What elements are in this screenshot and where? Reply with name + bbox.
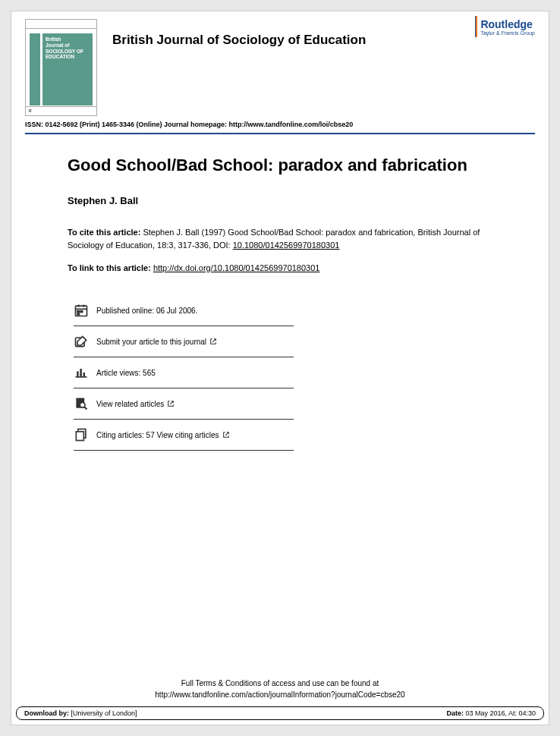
- external-link-icon: [222, 431, 230, 439]
- svg-rect-3: [77, 313, 80, 315]
- download-by: [University of London]: [69, 709, 137, 717]
- svg-rect-2: [80, 311, 83, 313]
- views-row: Article views: 565: [74, 357, 294, 388]
- separator: [25, 133, 535, 134]
- issn-line: ISSN: 0142-5692 (Print) 1465-3346 (Onlin…: [11, 121, 549, 128]
- download-bar: Download by: [University of London] Date…: [16, 706, 544, 720]
- cite-doi-link[interactable]: 10.1080/0142569970180301: [233, 241, 340, 250]
- external-link-icon: [209, 338, 217, 345]
- svg-rect-6: [77, 371, 79, 376]
- svg-rect-8: [83, 373, 86, 376]
- author: Stephen J. Ball: [68, 195, 492, 206]
- article-page: British Journal of SOCIOLOGY OF EDUCATIO…: [11, 11, 549, 725]
- article-title: Good School/Bad School: paradox and fabr…: [68, 156, 492, 175]
- barchart-icon: [74, 365, 89, 380]
- journal-title: British Journal of Sociology of Educatio…: [112, 33, 535, 48]
- calendar-icon: [74, 303, 89, 318]
- related-label: View related articles: [96, 400, 164, 408]
- svg-rect-7: [80, 369, 82, 376]
- publisher-logo: Routledge Taylor & Francis Group: [475, 16, 535, 37]
- svg-rect-12: [76, 432, 83, 441]
- svg-rect-1: [77, 311, 80, 313]
- published-row: Published online: 06 Jul 2006.: [74, 295, 294, 326]
- cover-line: SOCIOLOGY OF: [46, 49, 83, 54]
- pencil-icon: [74, 334, 89, 349]
- citation-block: To cite this article: Stephen J. Ball (1…: [68, 226, 492, 251]
- cover-line: Journal of: [46, 42, 69, 48]
- cover-line: EDUCATION: [46, 54, 74, 59]
- download-label: Download by:: [24, 709, 69, 717]
- publisher-name: Routledge: [480, 18, 535, 30]
- journal-cover: British Journal of SOCIOLOGY OF EDUCATIO…: [25, 19, 97, 116]
- main-content: Good School/Bad School: paradox and fabr…: [11, 139, 549, 451]
- related-row[interactable]: View related articles: [74, 388, 294, 420]
- action-list: Published online: 06 Jul 2006. Submit yo…: [74, 295, 492, 451]
- date-value: 03 May 2016, At: 04:30: [464, 709, 536, 717]
- docs-icon: [74, 427, 89, 442]
- submit-row[interactable]: Submit your article to this journal: [74, 326, 294, 357]
- published-label: Published online: 06 Jul 2006.: [96, 307, 197, 315]
- terms-line1: Full Terms & Conditions of access and us…: [181, 679, 379, 687]
- link-row: To link to this article: http://dx.doi.o…: [68, 263, 492, 272]
- header: British Journal of SOCIOLOGY OF EDUCATIO…: [11, 11, 549, 116]
- cover-line: British: [46, 36, 61, 42]
- views-label: Article views: 565: [96, 369, 156, 377]
- citing-row[interactable]: Citing articles: 57 View citing articles: [74, 420, 294, 451]
- cite-label: To cite this article:: [68, 228, 140, 237]
- terms-line2: http://www.tandfonline.com/action/journa…: [155, 690, 404, 699]
- svg-point-10: [80, 402, 85, 407]
- search-doc-icon: [74, 396, 89, 411]
- article-link[interactable]: http://dx.doi.org/10.1080/01425699701803…: [153, 263, 320, 272]
- svg-rect-5: [76, 376, 87, 378]
- publisher-sub: Taylor & Francis Group: [480, 30, 535, 36]
- external-link-icon: [167, 400, 175, 407]
- citing-label: Citing articles: 57 View citing articles: [96, 431, 219, 439]
- submit-label: Submit your article to this journal: [96, 338, 206, 346]
- date-label: Date:: [446, 709, 464, 717]
- footer-terms: Full Terms & Conditions of access and us…: [11, 678, 549, 700]
- link-label: To link to this article:: [68, 263, 153, 272]
